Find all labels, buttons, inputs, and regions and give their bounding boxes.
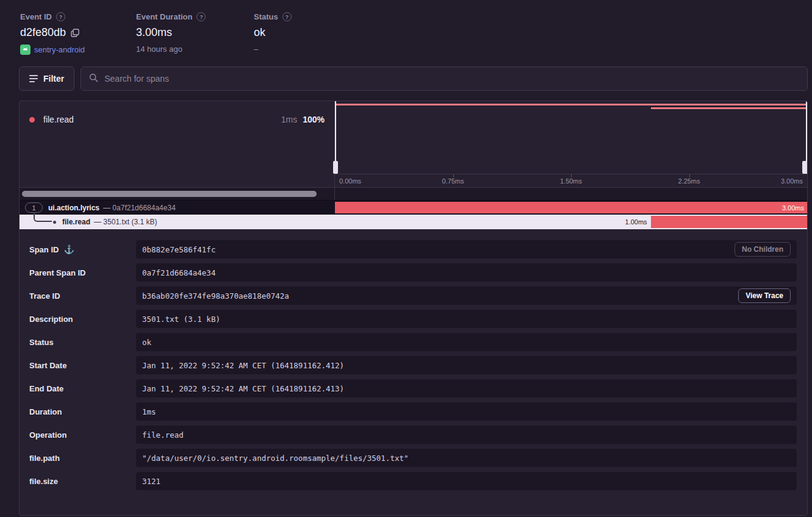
- detail-row: Duration 1ms: [29, 402, 797, 421]
- timeline-axis: 0.00ms 0.75ms 1.50ms 2.25ms 3.00ms: [335, 174, 807, 187]
- detail-row: Description 3501.txt (3.1 kB): [29, 310, 797, 328]
- android-platform-icon: [20, 45, 31, 55]
- span-search: [81, 66, 808, 91]
- detail-row: file.size 3121: [29, 472, 797, 490]
- detail-row-value: Jan 11, 2022 9:52:42 AM CET (1641891162.…: [136, 379, 797, 398]
- status-label-row: Status ?: [254, 12, 292, 21]
- detail-row-value: b36ab020fe374fe98a370ae818e0742a View Tr…: [136, 287, 797, 305]
- status-label: Status: [254, 12, 278, 21]
- filter-button[interactable]: Filter: [19, 66, 74, 91]
- axis-tick-label: 1.50ms: [560, 177, 582, 185]
- tree-connector-dot: [53, 221, 56, 224]
- detail-row-value: file.read: [136, 426, 797, 444]
- span-details-section: Span ID ⚓ 0b882e7e586f41fc No Children P…: [20, 229, 807, 490]
- detail-row-value: 0b882e7e586f41fc No Children: [136, 240, 797, 258]
- operation-duration: 1ms: [281, 115, 297, 124]
- details-rows: Span ID ⚓ 0b882e7e586f41fc No Children P…: [29, 240, 797, 490]
- scroll-strip: [20, 187, 807, 200]
- span-track: 1.00ms: [335, 215, 807, 229]
- timeline-scroll-area: [335, 188, 807, 200]
- span-duration-bar[interactable]: 3.00ms: [335, 202, 807, 213]
- minimap-right-handle[interactable]: [806, 101, 807, 174]
- axis-tick-label: 3.00ms: [781, 177, 803, 185]
- minimap-span-line: [335, 104, 807, 105]
- detail-row-label: Status: [29, 338, 136, 347]
- axis-tick-label: 0.75ms: [442, 177, 464, 185]
- minimap-right-grip[interactable]: [802, 161, 807, 174]
- axis-tick-label: 2.25ms: [678, 177, 700, 185]
- detail-row-value: 1ms: [136, 402, 797, 421]
- detail-row: Start Date Jan 11, 2022 9:52:42 AM CET (…: [29, 356, 797, 374]
- detail-row-label: file.size: [29, 477, 136, 486]
- tree-scroll-area: [20, 188, 335, 200]
- span-tree-cell: file.read — 3501.txt (3.1 kB): [20, 215, 335, 229]
- detail-row-label: End Date: [29, 384, 136, 393]
- span-operation: ui.action.lyrics: [48, 204, 99, 212]
- detail-row-value: 0a7f21d6684a4e34: [136, 263, 797, 282]
- minimap-left-handle[interactable]: [335, 101, 336, 174]
- event-id-column: Event ID ? d2fe80db sentry-android: [20, 12, 136, 55]
- status-column: Status ? ok –: [254, 12, 292, 55]
- minimap-section: file.read 1ms 100% 0.00ms 0.75ms 1.50: [20, 101, 807, 187]
- help-icon[interactable]: ?: [56, 12, 65, 21]
- span-duration-label: 3.00ms: [782, 204, 807, 212]
- children-count-toggle[interactable]: 1: [25, 202, 43, 213]
- operation-name: file.read: [43, 115, 74, 124]
- span-tree-cell: 1 ui.action.lyrics — 0a7f21d6684a4e34: [20, 201, 335, 215]
- detail-row-button: No Children: [735, 242, 791, 257]
- event-duration-label-row: Event Duration ?: [136, 12, 254, 21]
- help-icon[interactable]: ?: [282, 12, 292, 21]
- span-id-text: — 0a7f21d6684a4e34: [103, 204, 176, 212]
- axis-tick-label: 0.00ms: [339, 177, 361, 185]
- minimap-span-line: [651, 107, 807, 109]
- event-id-value: d2fe80db: [20, 26, 66, 39]
- detail-row-value: 3121: [136, 472, 797, 490]
- operations-breakdown: file.read 1ms 100%: [20, 101, 335, 187]
- detail-row-value: ok: [136, 333, 797, 351]
- detail-row: End Date Jan 11, 2022 9:52:42 AM CET (16…: [29, 379, 797, 398]
- help-icon[interactable]: ?: [196, 12, 206, 21]
- minimap-timeline: 0.00ms 0.75ms 1.50ms 2.25ms 3.00ms: [335, 101, 807, 187]
- detail-row-value: Jan 11, 2022 9:52:42 AM CET (1641891162.…: [136, 356, 797, 374]
- horizontal-scrollbar[interactable]: [22, 191, 317, 197]
- detail-row-label: Trace ID: [29, 291, 136, 301]
- detail-row: file.path "/data/user/0/io.sentry.androi…: [29, 449, 797, 467]
- operation-legend-row[interactable]: file.read 1ms 100%: [20, 101, 334, 124]
- span-operation: file.read: [62, 218, 90, 226]
- toolbar: Filter: [19, 66, 808, 91]
- detail-row: Span ID ⚓ 0b882e7e586f41fc No Children: [29, 240, 797, 258]
- minimap-left-grip[interactable]: [333, 161, 338, 174]
- copy-icon[interactable]: [71, 29, 79, 37]
- status-sub: –: [254, 45, 292, 54]
- span-track: 3.00ms: [335, 201, 807, 215]
- anchor-icon[interactable]: ⚓: [63, 244, 74, 254]
- detail-row-label: file.path: [29, 454, 136, 463]
- span-row-root[interactable]: 1 ui.action.lyrics — 0a7f21d6684a4e34 3.…: [20, 200, 807, 215]
- filter-button-label: Filter: [43, 74, 64, 84]
- detail-row-label: Description: [29, 315, 136, 324]
- event-id-label-row: Event ID ?: [20, 12, 136, 21]
- detail-row-label: Duration: [29, 407, 136, 416]
- detail-row-label: Parent Span ID: [29, 268, 136, 277]
- event-header: Event ID ? d2fe80db sentry-android Event…: [0, 0, 812, 55]
- operation-stats: 1ms 100%: [281, 115, 325, 124]
- span-duration-bar[interactable]: [651, 216, 807, 228]
- event-duration-value: 3.00ms: [136, 26, 254, 39]
- search-input[interactable]: [104, 74, 799, 84]
- detail-row: Trace ID b36ab020fe374fe98a370ae818e0742…: [29, 287, 797, 305]
- detail-row-button[interactable]: View Trace: [738, 288, 791, 303]
- detail-row-label: Operation: [29, 430, 136, 440]
- detail-row: Status ok: [29, 333, 797, 351]
- event-duration-label: Event Duration: [136, 12, 192, 21]
- span-duration-label: 1.00ms: [625, 215, 647, 229]
- span-row-selected[interactable]: file.read — 3501.txt (3.1 kB) 1.00ms: [20, 215, 807, 229]
- minimap-canvas[interactable]: [335, 101, 807, 174]
- trace-view-panel: file.read 1ms 100% 0.00ms 0.75ms 1.50: [19, 101, 808, 516]
- tree-connector-elbow: [34, 212, 52, 222]
- project-row: sentry-android: [20, 45, 136, 55]
- filter-icon: [29, 75, 38, 82]
- event-duration-sub: 14 hours ago: [136, 45, 254, 54]
- detail-row: Parent Span ID 0a7f21d6684a4e34: [29, 263, 797, 282]
- project-link[interactable]: sentry-android: [34, 45, 85, 54]
- detail-row-label: Start Date: [29, 361, 136, 370]
